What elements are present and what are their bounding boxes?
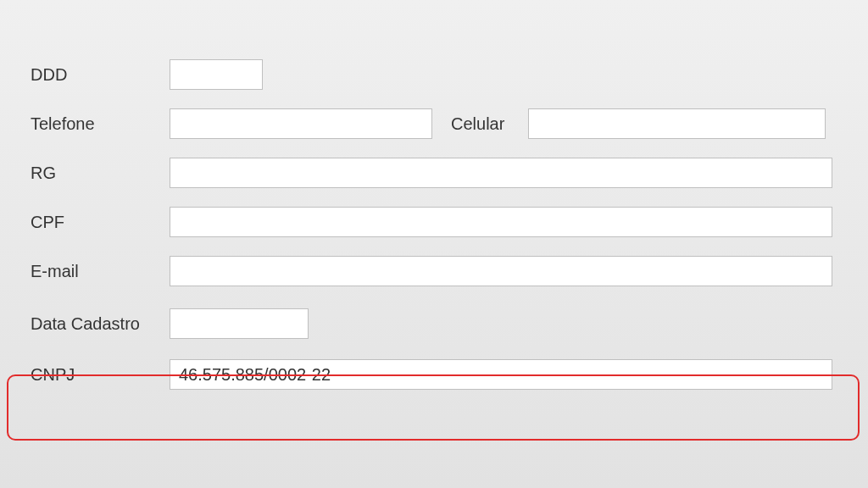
row-ddd: DDD <box>31 59 868 90</box>
row-data-cadastro: Data Cadastro <box>31 308 868 339</box>
cpf-label: CPF <box>31 213 170 232</box>
email-label: E-mail <box>31 262 170 281</box>
cpf-input[interactable] <box>170 207 832 237</box>
cnpj-label: CNPJ <box>31 365 170 385</box>
row-telefone: Telefone Celular <box>31 108 868 139</box>
datacadastro-label: Data Cadastro <box>31 314 170 334</box>
row-email: E-mail <box>31 256 868 286</box>
email-input[interactable] <box>170 256 832 286</box>
telefone-input[interactable] <box>170 108 432 139</box>
contact-form: DDD Telefone Celular RG CPF E-mail Data … <box>0 0 868 390</box>
row-cnpj: CNPJ <box>31 359 868 390</box>
row-cpf: CPF <box>31 207 868 237</box>
telefone-label: Telefone <box>31 114 170 134</box>
row-rg: RG <box>31 158 868 188</box>
celular-input[interactable] <box>528 108 826 139</box>
datacadastro-input[interactable] <box>170 308 309 339</box>
celular-label: Celular <box>451 114 504 134</box>
ddd-label: DDD <box>31 65 170 85</box>
ddd-input[interactable] <box>170 59 263 90</box>
rg-input[interactable] <box>170 158 832 188</box>
cnpj-input[interactable] <box>170 359 832 390</box>
rg-label: RG <box>31 164 170 183</box>
